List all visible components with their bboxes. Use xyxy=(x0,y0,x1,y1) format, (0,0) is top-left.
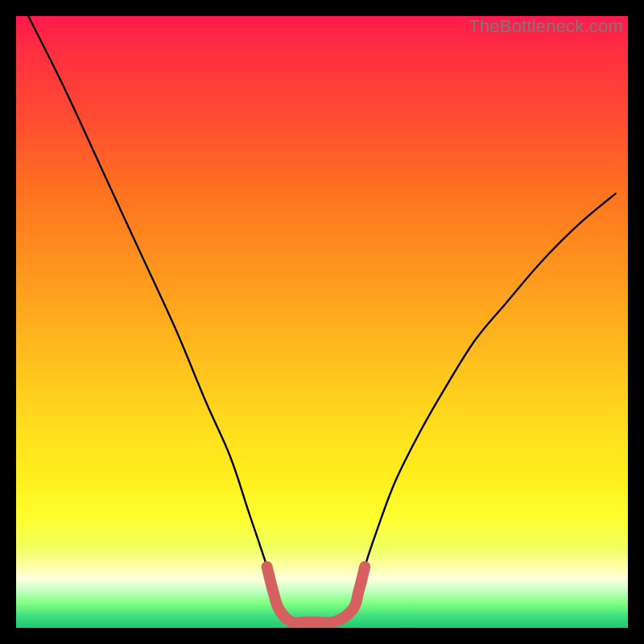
bottleneck-curve-line xyxy=(28,16,616,623)
chart-area xyxy=(16,16,628,628)
watermark-text: TheBottleneck.com xyxy=(469,16,623,37)
bottleneck-chart xyxy=(16,16,628,628)
flat-bottom-highlight xyxy=(267,567,365,623)
